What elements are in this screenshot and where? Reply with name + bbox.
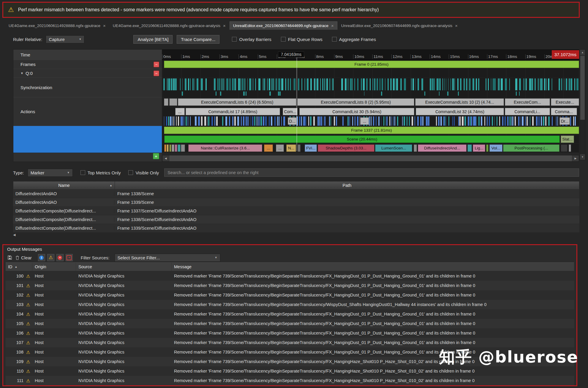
checkbox-icon[interactable] [281,37,286,42]
vertical-scrollbar-thumb[interactable] [580,56,585,120]
table-row[interactable]: DiffuseIndirectComposite(DiffuseIndirect… [13,207,579,215]
timeline-segment[interactable]: Com... [283,108,298,115]
message-row[interactable]: 108⚠HostNVIDIA Nsight GraphicsRemoved ma… [6,347,574,357]
timeline-segment[interactable]: FVi... [305,144,317,152]
message-row[interactable]: 101⚠HostNVIDIA Nsight GraphicsRemoved ma… [6,281,574,290]
timeline-segment[interactable]: Frame 0 (21.85ms) [164,61,579,68]
checkbox-icon[interactable] [80,170,85,175]
table-row[interactable]: DiffuseIndirectAndAOFrame 1338/Scene [13,190,579,198]
timeline-segment[interactable]: D... [288,117,297,125]
tab-close-icon[interactable]: × [455,23,458,28]
message-row[interactable]: 102⚠HostNVIDIA Nsight GraphicsRemoved ma… [6,290,574,300]
horizontal-scrollbar-thumb[interactable] [169,155,572,161]
tab-close-icon[interactable]: × [223,23,226,28]
toolbar-checkbox-1[interactable]: Overlay Barriers [232,37,271,42]
scroll-up-icon[interactable]: ▲ [580,50,585,55]
scroll-left-icon[interactable]: ◀ [13,233,15,237]
checkbox-icon[interactable] [232,37,237,42]
time-ruler[interactable]: 0ms1ms2ms3ms4ms5ms6ms7ms8ms9ms10ms11ms12… [162,49,579,60]
message-row[interactable]: 107⚠HostNVIDIA Nsight GraphicsRemoved ma… [6,338,574,347]
timeline-segment[interactable]: ExecuteCommandLists 10 (2) (4.74... [415,98,504,106]
message-row[interactable]: 109⚠HostNVIDIA Nsight GraphicsRemoved ma… [6,357,574,366]
tab-close-icon[interactable]: × [331,23,334,28]
tab-4[interactable]: UnrealEditor.exe_20210606074644699.ngfx-… [338,22,461,30]
timeline-segment[interactable]: Vol... [489,144,502,152]
toolbar-checkbox-2[interactable]: Flat Queue Rows [281,37,323,42]
message-row[interactable]: 110⚠HostNVIDIA Nsight GraphicsRemoved ma… [6,366,574,376]
scroll-right-icon[interactable]: ▶ [572,155,579,161]
timeline-segment[interactable]: CommandList 17 (4.89ms) [186,108,280,115]
tab-close-icon[interactable]: × [103,23,106,28]
row-label-synchronization[interactable]: Synchronization [13,78,162,97]
timeline-segment[interactable]: N... [286,144,296,152]
timeline-segment[interactable]: CommandLi... [505,108,550,115]
source-filter-select[interactable]: Select Source Filter... ▼ [115,254,220,262]
message-row[interactable]: 103⚠HostNVIDIA Nsight GraphicsRemoved ma… [6,300,574,309]
clear-messages-button[interactable]: Clear [15,255,32,260]
timeline-segment[interactable]: Comma... [551,108,577,115]
timeline-segment[interactable]: CommandList 32 (4.74ms) [416,108,504,115]
timeline-segment[interactable]: Nanite::CullRasterize (3.6... [188,144,262,152]
message-row[interactable]: 105⚠HostNVIDIA Nsight GraphicsRemoved ma… [6,319,574,328]
message-row[interactable]: 106⚠HostNVIDIA Nsight GraphicsRemoved ma… [6,328,574,338]
remove-frames-row-button[interactable]: − [154,61,159,67]
row-label-actions[interactable]: Actions [13,97,162,126]
scroll-down-icon[interactable]: ▼ [580,154,585,160]
top-metrics-checkbox[interactable]: Top Metrics Only [80,170,121,175]
table-row[interactable]: DiffuseIndirectAndAOFrame 1339/Scene [13,198,579,207]
path-column-header[interactable]: Path [115,182,579,189]
vertical-scrollbar[interactable]: ▲ ▼ [580,49,585,160]
filter-warnings-toggle[interactable]: ⚠ [47,254,54,261]
tab-2[interactable]: UE4Game.exe_20210606114928888.ngfx-gputr… [110,22,229,30]
timeline-segment[interactable]: Scene (20.44ms) [164,135,560,143]
row-label-frames[interactable]: Frames − [13,60,162,69]
timeline-segment[interactable]: ... [264,144,273,152]
remove-queue-row-button[interactable]: − [154,70,159,76]
timeline-segment[interactable]: LumenScen... [375,144,412,152]
timeline-segment[interactable]: CommandList 30 (5.94ms) [299,108,415,115]
type-select[interactable]: Marker ▼ [28,169,73,177]
filter-critical-toggle[interactable]: × [66,254,73,261]
trace-compare-button[interactable]: Trace Compare... [177,35,219,44]
tab-3[interactable]: UnrealEditor.exe_20210606074644699.ngfx-… [230,21,337,30]
horizontal-scrollbar[interactable]: ◀ ▶ [162,155,579,162]
message-row[interactable]: 104⚠HostNVIDIA Nsight GraphicsRemoved ma… [6,309,574,319]
timeline-segment[interactable]: ExecuteCommandLists 6 (24) (6.50ms) [178,98,296,106]
visible-only-checkbox[interactable]: Visible Only [128,170,159,175]
scroll-left-icon[interactable]: ◀ [162,155,169,161]
checkbox-icon[interactable] [128,170,133,175]
timeline-segment[interactable]: ExecuteCom... [505,98,550,106]
marker-search-input[interactable] [164,168,579,177]
timeline-segment[interactable]: ... [276,144,284,152]
checkbox-icon[interactable] [332,37,337,42]
id-column-header[interactable]: ID ▲ [6,263,32,271]
save-log-button[interactable] [6,254,13,261]
filter-info-toggle[interactable]: i [38,254,45,261]
timeline-segment[interactable]: Execute... [551,98,579,106]
name-column-header[interactable]: Name ▲ [13,182,115,189]
tab-1[interactable]: UE4Game.exe_20210606114928888.ngfx-gputr… [5,22,109,30]
message-row[interactable]: 111⚠HostNVIDIA Nsight GraphicsRemoved ma… [6,376,574,385]
timeline-segment[interactable]: Slat... [561,135,574,143]
timeline-segment[interactable]: PostProcessing (... [503,144,559,152]
toolbar-checkbox-3[interactable]: Aggregate Frames [332,37,376,42]
row-label-queue[interactable]: ▼ Q:0 − [13,69,162,78]
source-column-header[interactable]: Source [76,263,172,271]
filter-errors-toggle[interactable]: × [56,254,64,261]
timeline-segment[interactable]: ShadowDepths (3.03... [318,144,374,152]
timeline-segment[interactable]: Lig... [473,144,485,152]
timeline-segment[interactable]: DiffuseIndirectAnd... [418,144,467,152]
timeline-segment[interactable]: ... [360,117,369,125]
add-row-button[interactable]: + [153,153,159,159]
timeline-segment[interactable]: Frame 1337 (21.81ms) [164,127,579,134]
analyze-button[interactable]: Analyze [BETA] [133,35,173,44]
message-column-header[interactable]: Message [172,263,574,271]
timeline-segment[interactable]: ExecuteCommandLists 8 (2) (5.95ms) [297,98,415,106]
ruler-relative-select[interactable]: Capture ▼ [46,35,84,43]
selected-rows-highlight[interactable] [13,126,162,153]
timeline-segment[interactable]: Dr... [559,117,570,125]
expand-arrow-icon[interactable]: ▼ [20,72,23,75]
table-row[interactable]: DiffuseIndirectComposite(DiffuseIndirect… [13,224,579,233]
timeline-segment[interactable]: ... [175,108,185,115]
origin-column-header[interactable]: Origin [32,263,76,271]
